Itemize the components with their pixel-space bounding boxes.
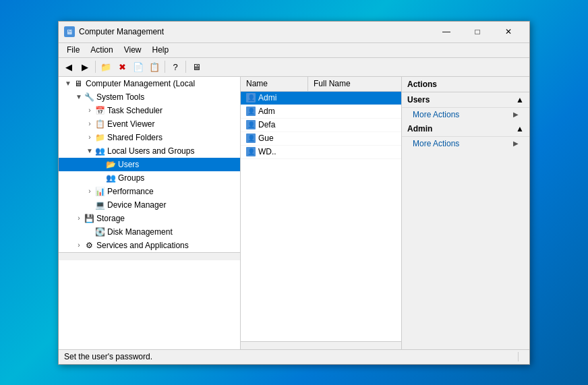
tree-label: Local Users and Groups — [107, 146, 194, 156]
close-button[interactable]: ✕ — [493, 21, 524, 42]
tree-label: Computer Management (Local — [86, 79, 195, 88]
list-row[interactable]: 👤 Gue Built-in acc — [241, 132, 401, 146]
task-scheduler-icon: 📅 — [95, 106, 105, 115]
list-cell-name: 👤 Admi — [241, 92, 308, 103]
tree-pane: ▼ 🖥 Computer Management (Local ▼ 🔧 Syste… — [59, 77, 241, 349]
performance-icon: 📊 — [95, 187, 105, 196]
title-bar: 🖥 Computer Management — □ ✕ — [59, 22, 529, 43]
col-header-fullname[interactable]: Full Name — [308, 77, 401, 91]
user-icon: 👤 — [246, 107, 256, 116]
tree-label: Event Viewer — [107, 119, 154, 129]
services-icon: ⚙ — [84, 241, 94, 250]
tree-label: Users — [118, 160, 139, 169]
menu-help[interactable]: Help — [147, 44, 175, 56]
more-actions-arrow: ▶ — [513, 140, 519, 147]
tree-item-users[interactable]: 📂 Users — [59, 158, 240, 171]
actions-section-label: Users — [407, 95, 430, 105]
computer-management-icon: 🖥 — [74, 79, 83, 88]
menu-view[interactable]: View — [119, 44, 147, 56]
list-row[interactable]: 👤 WD.. A user acco — [241, 146, 401, 159]
col-header-name[interactable]: Name — [241, 77, 308, 91]
tree-item-local-users[interactable]: ▼ 👥 Local Users and Groups — [59, 144, 240, 158]
actions-section-label: Admin — [407, 124, 432, 134]
minimize-button[interactable]: — — [431, 21, 462, 42]
actions-section-admin[interactable]: Admin ▲ — [402, 121, 529, 137]
list-cell-name: 👤 Defa — [241, 119, 308, 130]
expand-icon: ▼ — [75, 93, 83, 100]
toolbar-separator-1 — [95, 61, 96, 73]
help-button[interactable]: ? — [168, 59, 183, 74]
tree-item-shared-folders[interactable]: › 📁 Shared Folders — [59, 131, 240, 144]
expand-icon: › — [75, 241, 83, 249]
copy-button[interactable]: 📋 — [147, 59, 162, 74]
tree-item-event-viewer[interactable]: › 📋 Event Viewer — [59, 117, 240, 131]
menu-action[interactable]: Action — [85, 44, 118, 56]
menu-file[interactable]: File — [61, 44, 85, 56]
collapse-icon: ▲ — [516, 95, 524, 105]
tree-item-task-scheduler[interactable]: › 📅 Task Scheduler — [59, 104, 240, 117]
expand-icon: › — [86, 107, 94, 114]
menu-bar: File Action View Help — [59, 43, 529, 58]
expand-icon: ▼ — [86, 147, 94, 154]
tree-item-disk-management[interactable]: 💽 Disk Management — [59, 225, 240, 239]
user-icon: 👤 — [246, 147, 256, 156]
list-cell-name: 👤 WD.. — [241, 146, 308, 157]
local-users-icon: 👥 — [95, 146, 105, 156]
collapse-icon: ▲ — [516, 124, 524, 134]
system-tools-icon: 🔧 — [84, 92, 94, 102]
more-actions-arrow: ▶ — [513, 111, 519, 118]
delete-button[interactable]: ✖ — [115, 59, 129, 74]
status-bar: Set the user's password. — [59, 349, 529, 364]
device-manager-icon: 💻 — [95, 200, 105, 210]
tree-label: Performance — [107, 187, 154, 196]
disk-management-icon: 💽 — [95, 227, 105, 237]
back-button[interactable]: ◀ — [61, 59, 76, 74]
list-row[interactable]: 👤 Defa A user acco — [241, 119, 401, 132]
shared-folders-icon: 📁 — [95, 133, 105, 142]
tree-item-services[interactable]: › ⚙ Services and Applications — [59, 239, 240, 252]
actions-header: Actions — [402, 77, 529, 92]
computer-button[interactable]: 🖥 — [189, 59, 204, 74]
tree-label: Groups — [118, 173, 144, 183]
groups-icon: 👥 — [106, 173, 115, 183]
up-button[interactable]: 📁 — [98, 59, 113, 74]
properties-button[interactable]: 📄 — [131, 59, 146, 74]
tree-label: Storage — [96, 214, 125, 223]
main-area: ▼ 🖥 Computer Management (Local ▼ 🔧 Syste… — [59, 77, 529, 349]
tree-item-computer-management[interactable]: ▼ 🖥 Computer Management (Local — [59, 77, 240, 90]
list-body: 👤 Admi 👤 Adm Built-in acc � — [241, 92, 401, 341]
actions-pane: Actions Users ▲ More Actions ▶ Admin ▲ M… — [401, 77, 529, 349]
expand-icon: › — [86, 120, 94, 127]
maximize-button[interactable]: □ — [462, 21, 493, 42]
tree-item-storage[interactable]: › 💾 Storage — [59, 212, 240, 225]
tree-item-system-tools[interactable]: ▼ 🔧 System Tools — [59, 90, 240, 104]
forward-button[interactable]: ▶ — [78, 59, 92, 74]
list-cell-fullname — [308, 151, 401, 152]
actions-section-users[interactable]: Users ▲ — [402, 92, 529, 108]
tree-label: System Tools — [96, 92, 144, 102]
actions-more-actions-admin[interactable]: More Actions ▶ — [402, 137, 529, 150]
tree-label: Disk Management — [107, 227, 173, 237]
status-text: Set the user's password. — [64, 352, 519, 361]
tree-item-device-manager[interactable]: 💻 Device Manager — [59, 198, 240, 212]
content-pane: Name Full Name Description 👤 Admi 👤 Ad — [241, 77, 401, 349]
list-row[interactable]: 👤 Admi — [241, 92, 401, 105]
window-controls: — □ ✕ — [431, 21, 524, 42]
event-viewer-icon: 📋 — [95, 119, 105, 129]
list-header: Name Full Name Description — [241, 77, 401, 92]
toolbar-separator-3 — [185, 61, 186, 73]
tree-item-groups[interactable]: 👥 Groups — [59, 171, 240, 185]
storage-icon: 💾 — [84, 214, 94, 223]
actions-more-actions-users[interactable]: More Actions ▶ — [402, 108, 529, 121]
expand-icon: › — [86, 134, 94, 141]
list-cell-fullname — [308, 97, 401, 98]
tree-scrollbar[interactable] — [59, 252, 240, 260]
users-icon: 📂 — [106, 160, 115, 169]
main-window: 🖥 Computer Management — □ ✕ File Action … — [58, 21, 530, 365]
tree-label: Services and Applications — [96, 241, 189, 250]
list-cell-name: 👤 Adm — [241, 106, 308, 117]
list-row[interactable]: 👤 Adm Built-in acc — [241, 105, 401, 119]
window-title: Computer Management — [79, 27, 431, 36]
tree-item-performance[interactable]: › 📊 Performance — [59, 185, 240, 198]
horizontal-scrollbar[interactable] — [241, 341, 401, 349]
